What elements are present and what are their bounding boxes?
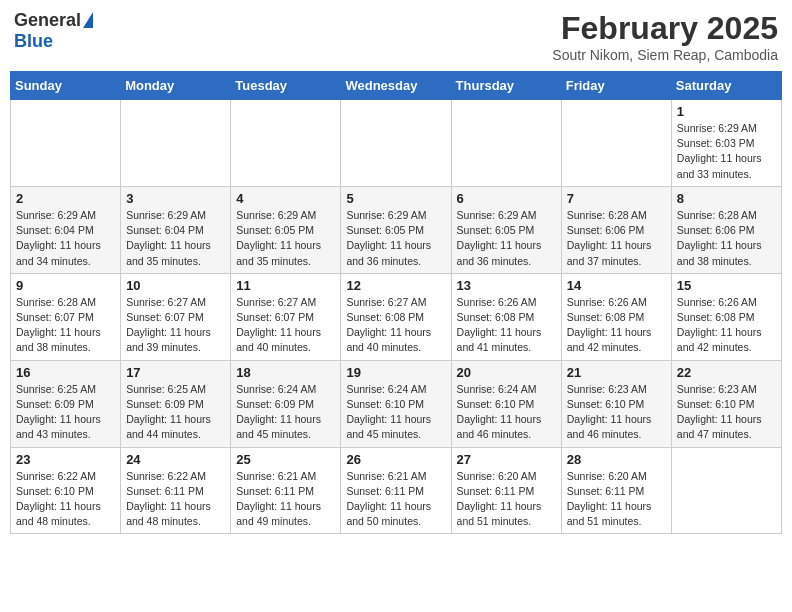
day-number: 18 (236, 365, 335, 380)
day-number: 20 (457, 365, 556, 380)
calendar-cell (451, 100, 561, 187)
calendar-cell: 7Sunrise: 6:28 AM Sunset: 6:06 PM Daylig… (561, 186, 671, 273)
calendar-col-header: Tuesday (231, 72, 341, 100)
day-number: 28 (567, 452, 666, 467)
calendar-cell: 24Sunrise: 6:22 AM Sunset: 6:11 PM Dayli… (121, 447, 231, 534)
calendar-header-row: SundayMondayTuesdayWednesdayThursdayFrid… (11, 72, 782, 100)
day-number: 7 (567, 191, 666, 206)
day-number: 10 (126, 278, 225, 293)
day-number: 6 (457, 191, 556, 206)
calendar-col-header: Wednesday (341, 72, 451, 100)
day-number: 9 (16, 278, 115, 293)
day-number: 15 (677, 278, 776, 293)
calendar-cell: 17Sunrise: 6:25 AM Sunset: 6:09 PM Dayli… (121, 360, 231, 447)
day-info: Sunrise: 6:20 AM Sunset: 6:11 PM Dayligh… (567, 469, 666, 530)
logo-triangle-icon (83, 12, 93, 28)
day-info: Sunrise: 6:21 AM Sunset: 6:11 PM Dayligh… (236, 469, 335, 530)
logo-blue-text: Blue (14, 31, 53, 52)
day-info: Sunrise: 6:29 AM Sunset: 6:05 PM Dayligh… (346, 208, 445, 269)
day-number: 13 (457, 278, 556, 293)
day-info: Sunrise: 6:25 AM Sunset: 6:09 PM Dayligh… (16, 382, 115, 443)
calendar-cell: 26Sunrise: 6:21 AM Sunset: 6:11 PM Dayli… (341, 447, 451, 534)
day-info: Sunrise: 6:29 AM Sunset: 6:04 PM Dayligh… (16, 208, 115, 269)
logo: General Blue (14, 10, 93, 52)
calendar-col-header: Thursday (451, 72, 561, 100)
day-info: Sunrise: 6:26 AM Sunset: 6:08 PM Dayligh… (567, 295, 666, 356)
day-info: Sunrise: 6:24 AM Sunset: 6:09 PM Dayligh… (236, 382, 335, 443)
calendar-cell: 18Sunrise: 6:24 AM Sunset: 6:09 PM Dayli… (231, 360, 341, 447)
day-info: Sunrise: 6:22 AM Sunset: 6:10 PM Dayligh… (16, 469, 115, 530)
calendar-cell: 11Sunrise: 6:27 AM Sunset: 6:07 PM Dayli… (231, 273, 341, 360)
day-number: 25 (236, 452, 335, 467)
day-number: 17 (126, 365, 225, 380)
calendar-cell: 22Sunrise: 6:23 AM Sunset: 6:10 PM Dayli… (671, 360, 781, 447)
day-info: Sunrise: 6:29 AM Sunset: 6:05 PM Dayligh… (457, 208, 556, 269)
day-number: 4 (236, 191, 335, 206)
day-number: 23 (16, 452, 115, 467)
calendar-week-row: 2Sunrise: 6:29 AM Sunset: 6:04 PM Daylig… (11, 186, 782, 273)
calendar-col-header: Sunday (11, 72, 121, 100)
day-info: Sunrise: 6:23 AM Sunset: 6:10 PM Dayligh… (677, 382, 776, 443)
month-title: February 2025 (552, 10, 778, 47)
title-area: February 2025 Soutr Nikom, Siem Reap, Ca… (552, 10, 778, 63)
calendar-week-row: 16Sunrise: 6:25 AM Sunset: 6:09 PM Dayli… (11, 360, 782, 447)
calendar-cell: 6Sunrise: 6:29 AM Sunset: 6:05 PM Daylig… (451, 186, 561, 273)
calendar-cell: 16Sunrise: 6:25 AM Sunset: 6:09 PM Dayli… (11, 360, 121, 447)
calendar-cell: 14Sunrise: 6:26 AM Sunset: 6:08 PM Dayli… (561, 273, 671, 360)
day-number: 14 (567, 278, 666, 293)
day-info: Sunrise: 6:27 AM Sunset: 6:07 PM Dayligh… (126, 295, 225, 356)
day-number: 5 (346, 191, 445, 206)
calendar-cell: 10Sunrise: 6:27 AM Sunset: 6:07 PM Dayli… (121, 273, 231, 360)
day-number: 2 (16, 191, 115, 206)
calendar-cell: 4Sunrise: 6:29 AM Sunset: 6:05 PM Daylig… (231, 186, 341, 273)
day-number: 26 (346, 452, 445, 467)
calendar-cell: 9Sunrise: 6:28 AM Sunset: 6:07 PM Daylig… (11, 273, 121, 360)
day-info: Sunrise: 6:25 AM Sunset: 6:09 PM Dayligh… (126, 382, 225, 443)
day-info: Sunrise: 6:26 AM Sunset: 6:08 PM Dayligh… (457, 295, 556, 356)
day-info: Sunrise: 6:29 AM Sunset: 6:04 PM Dayligh… (126, 208, 225, 269)
day-info: Sunrise: 6:29 AM Sunset: 6:05 PM Dayligh… (236, 208, 335, 269)
calendar-cell: 5Sunrise: 6:29 AM Sunset: 6:05 PM Daylig… (341, 186, 451, 273)
day-info: Sunrise: 6:28 AM Sunset: 6:06 PM Dayligh… (677, 208, 776, 269)
calendar-cell: 25Sunrise: 6:21 AM Sunset: 6:11 PM Dayli… (231, 447, 341, 534)
day-info: Sunrise: 6:26 AM Sunset: 6:08 PM Dayligh… (677, 295, 776, 356)
calendar-cell (671, 447, 781, 534)
logo-general-text: General (14, 10, 81, 31)
location-subtitle: Soutr Nikom, Siem Reap, Cambodia (552, 47, 778, 63)
calendar-week-row: 9Sunrise: 6:28 AM Sunset: 6:07 PM Daylig… (11, 273, 782, 360)
day-number: 1 (677, 104, 776, 119)
calendar-cell: 13Sunrise: 6:26 AM Sunset: 6:08 PM Dayli… (451, 273, 561, 360)
day-info: Sunrise: 6:27 AM Sunset: 6:07 PM Dayligh… (236, 295, 335, 356)
day-number: 21 (567, 365, 666, 380)
calendar-cell: 23Sunrise: 6:22 AM Sunset: 6:10 PM Dayli… (11, 447, 121, 534)
day-info: Sunrise: 6:22 AM Sunset: 6:11 PM Dayligh… (126, 469, 225, 530)
calendar-cell: 1Sunrise: 6:29 AM Sunset: 6:03 PM Daylig… (671, 100, 781, 187)
day-info: Sunrise: 6:28 AM Sunset: 6:06 PM Dayligh… (567, 208, 666, 269)
day-info: Sunrise: 6:23 AM Sunset: 6:10 PM Dayligh… (567, 382, 666, 443)
calendar-cell: 21Sunrise: 6:23 AM Sunset: 6:10 PM Dayli… (561, 360, 671, 447)
day-info: Sunrise: 6:21 AM Sunset: 6:11 PM Dayligh… (346, 469, 445, 530)
calendar-cell (121, 100, 231, 187)
day-number: 16 (16, 365, 115, 380)
calendar-cell (561, 100, 671, 187)
calendar-col-header: Friday (561, 72, 671, 100)
calendar-cell: 12Sunrise: 6:27 AM Sunset: 6:08 PM Dayli… (341, 273, 451, 360)
day-number: 27 (457, 452, 556, 467)
calendar-col-header: Monday (121, 72, 231, 100)
calendar-cell: 20Sunrise: 6:24 AM Sunset: 6:10 PM Dayli… (451, 360, 561, 447)
day-number: 3 (126, 191, 225, 206)
day-number: 22 (677, 365, 776, 380)
day-number: 11 (236, 278, 335, 293)
calendar-cell: 3Sunrise: 6:29 AM Sunset: 6:04 PM Daylig… (121, 186, 231, 273)
calendar-cell: 8Sunrise: 6:28 AM Sunset: 6:06 PM Daylig… (671, 186, 781, 273)
calendar-col-header: Saturday (671, 72, 781, 100)
calendar-cell: 2Sunrise: 6:29 AM Sunset: 6:04 PM Daylig… (11, 186, 121, 273)
calendar-cell: 15Sunrise: 6:26 AM Sunset: 6:08 PM Dayli… (671, 273, 781, 360)
day-number: 8 (677, 191, 776, 206)
page-header: General Blue February 2025 Soutr Nikom, … (10, 10, 782, 63)
calendar-cell (231, 100, 341, 187)
calendar-cell (11, 100, 121, 187)
calendar-cell: 28Sunrise: 6:20 AM Sunset: 6:11 PM Dayli… (561, 447, 671, 534)
calendar-cell: 27Sunrise: 6:20 AM Sunset: 6:11 PM Dayli… (451, 447, 561, 534)
calendar-week-row: 23Sunrise: 6:22 AM Sunset: 6:10 PM Dayli… (11, 447, 782, 534)
